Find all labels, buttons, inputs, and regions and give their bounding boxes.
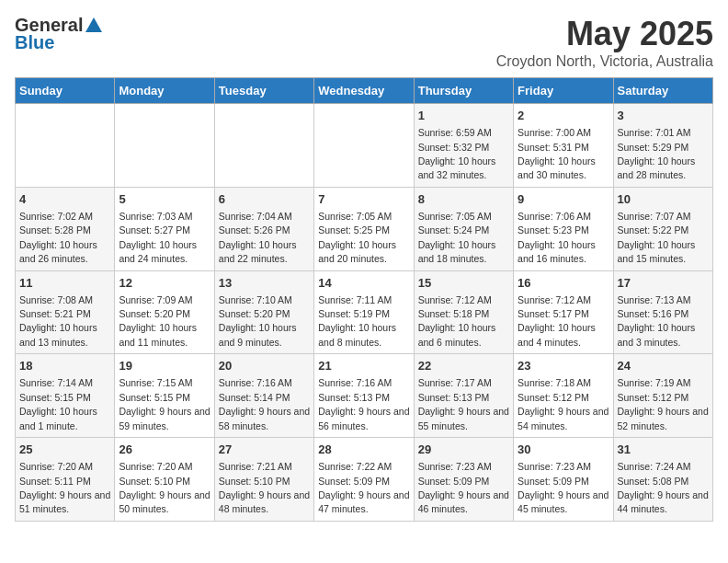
day-number: 25: [19, 442, 110, 458]
calendar-cell: 14Sunrise: 7:11 AMSunset: 5:19 PMDayligh…: [314, 270, 414, 354]
day-detail: Sunrise: 7:07 AMSunset: 5:22 PMDaylight:…: [618, 211, 696, 264]
day-detail: Sunrise: 7:09 AMSunset: 5:20 PMDaylight:…: [119, 294, 197, 348]
calendar-cell: 25Sunrise: 7:20 AMSunset: 5:11 PMDayligh…: [16, 438, 115, 522]
calendar-week-2: 11Sunrise: 7:08 AMSunset: 5:21 PMDayligh…: [16, 270, 713, 354]
day-detail: Sunrise: 7:11 AMSunset: 5:19 PMDaylight:…: [318, 294, 396, 348]
calendar-cell: [214, 104, 313, 188]
day-number: 9: [518, 191, 609, 208]
day-detail: Sunrise: 7:12 AMSunset: 5:18 PMDaylight:…: [418, 294, 496, 348]
day-number: 27: [219, 442, 310, 458]
calendar-cell: 18Sunrise: 7:14 AMSunset: 5:15 PMDayligh…: [16, 354, 115, 438]
day-number: 3: [618, 108, 709, 124]
calendar-cell: 4Sunrise: 7:02 AMSunset: 5:28 PMDaylight…: [16, 187, 115, 270]
day-number: 22: [418, 358, 509, 374]
calendar-cell: 21Sunrise: 7:16 AMSunset: 5:13 PMDayligh…: [314, 354, 414, 438]
day-number: 2: [518, 108, 609, 124]
calendar-header-row: SundayMondayTuesdayWednesdayThursdayFrid…: [16, 78, 713, 104]
calendar-cell: 31Sunrise: 7:24 AMSunset: 5:08 PMDayligh…: [613, 438, 712, 522]
calendar-cell: 30Sunrise: 7:23 AMSunset: 5:09 PMDayligh…: [514, 438, 613, 522]
day-detail: Sunrise: 7:04 AMSunset: 5:26 PMDaylight:…: [219, 211, 297, 264]
calendar-cell: [16, 104, 115, 188]
calendar-cell: 7Sunrise: 7:05 AMSunset: 5:25 PMDaylight…: [314, 187, 414, 270]
calendar-week-4: 25Sunrise: 7:20 AMSunset: 5:11 PMDayligh…: [16, 438, 713, 522]
calendar-cell: 5Sunrise: 7:03 AMSunset: 5:27 PMDaylight…: [115, 187, 214, 270]
day-number: 30: [518, 442, 609, 458]
column-header-monday: Monday: [115, 78, 214, 104]
day-number: 29: [418, 442, 509, 458]
day-detail: Sunrise: 7:02 AMSunset: 5:28 PMDaylight:…: [19, 211, 97, 264]
day-number: 28: [318, 442, 409, 458]
day-number: 8: [418, 191, 509, 208]
day-number: 21: [318, 358, 409, 374]
day-number: 15: [418, 275, 509, 292]
day-detail: Sunrise: 7:20 AMSunset: 5:11 PMDaylight:…: [19, 461, 110, 514]
day-detail: Sunrise: 7:16 AMSunset: 5:14 PMDaylight:…: [219, 377, 310, 431]
calendar-week-3: 18Sunrise: 7:14 AMSunset: 5:15 PMDayligh…: [16, 354, 713, 438]
day-detail: Sunrise: 7:13 AMSunset: 5:16 PMDaylight:…: [618, 294, 696, 348]
day-detail: Sunrise: 7:24 AMSunset: 5:08 PMDaylight:…: [618, 461, 709, 514]
calendar-cell: [115, 104, 214, 188]
calendar-cell: 27Sunrise: 7:21 AMSunset: 5:10 PMDayligh…: [214, 438, 313, 522]
day-number: 31: [618, 442, 709, 458]
calendar-cell: 8Sunrise: 7:05 AMSunset: 5:24 PMDaylight…: [414, 187, 513, 270]
calendar-cell: 22Sunrise: 7:17 AMSunset: 5:13 PMDayligh…: [414, 354, 513, 438]
page-header: General Blue May 2025 Croydon North, Vic…: [15, 15, 713, 70]
calendar-cell: 12Sunrise: 7:09 AMSunset: 5:20 PMDayligh…: [115, 270, 214, 354]
logo-icon: [84, 16, 104, 36]
day-number: 16: [518, 275, 609, 292]
calendar-cell: 13Sunrise: 7:10 AMSunset: 5:20 PMDayligh…: [214, 270, 313, 354]
logo: General Blue: [15, 15, 105, 53]
calendar-cell: 24Sunrise: 7:19 AMSunset: 5:12 PMDayligh…: [613, 354, 712, 438]
day-number: 18: [19, 358, 110, 374]
calendar-cell: 2Sunrise: 7:00 AMSunset: 5:31 PMDaylight…: [514, 104, 613, 188]
day-detail: Sunrise: 7:08 AMSunset: 5:21 PMDaylight:…: [19, 294, 97, 348]
day-number: 4: [19, 191, 110, 208]
day-detail: Sunrise: 7:12 AMSunset: 5:17 PMDaylight:…: [518, 294, 596, 348]
day-detail: Sunrise: 7:17 AMSunset: 5:13 PMDaylight:…: [418, 377, 509, 431]
day-detail: Sunrise: 7:05 AMSunset: 5:25 PMDaylight:…: [318, 211, 396, 264]
day-number: 19: [119, 358, 210, 374]
day-number: 23: [518, 358, 609, 374]
day-detail: Sunrise: 7:14 AMSunset: 5:15 PMDaylight:…: [19, 377, 97, 431]
day-number: 10: [618, 191, 709, 208]
calendar-cell: 11Sunrise: 7:08 AMSunset: 5:21 PMDayligh…: [16, 270, 115, 354]
day-number: 26: [119, 442, 210, 458]
day-detail: Sunrise: 7:16 AMSunset: 5:13 PMDaylight:…: [318, 377, 409, 431]
day-detail: Sunrise: 7:03 AMSunset: 5:27 PMDaylight:…: [119, 211, 197, 264]
column-header-saturday: Saturday: [613, 78, 712, 104]
calendar-cell: [314, 104, 414, 188]
calendar-table: SundayMondayTuesdayWednesdayThursdayFrid…: [15, 77, 713, 522]
calendar-cell: 19Sunrise: 7:15 AMSunset: 5:15 PMDayligh…: [115, 354, 214, 438]
calendar-cell: 16Sunrise: 7:12 AMSunset: 5:17 PMDayligh…: [514, 270, 613, 354]
calendar-cell: 17Sunrise: 7:13 AMSunset: 5:16 PMDayligh…: [613, 270, 712, 354]
day-detail: Sunrise: 7:05 AMSunset: 5:24 PMDaylight:…: [418, 211, 496, 264]
calendar-cell: 29Sunrise: 7:23 AMSunset: 5:09 PMDayligh…: [414, 438, 513, 522]
day-number: 17: [618, 275, 709, 292]
column-header-tuesday: Tuesday: [214, 78, 313, 104]
svg-marker-0: [85, 17, 102, 32]
column-header-thursday: Thursday: [414, 78, 513, 104]
day-number: 7: [318, 191, 409, 208]
day-detail: Sunrise: 7:10 AMSunset: 5:20 PMDaylight:…: [219, 294, 297, 348]
location-subtitle: Croydon North, Victoria, Australia: [496, 53, 713, 70]
day-detail: Sunrise: 7:22 AMSunset: 5:09 PMDaylight:…: [318, 461, 409, 514]
day-number: 20: [219, 358, 310, 374]
calendar-cell: 15Sunrise: 7:12 AMSunset: 5:18 PMDayligh…: [414, 270, 513, 354]
calendar-week-1: 4Sunrise: 7:02 AMSunset: 5:28 PMDaylight…: [16, 187, 713, 270]
day-detail: Sunrise: 7:23 AMSunset: 5:09 PMDaylight:…: [518, 461, 609, 514]
day-detail: Sunrise: 7:15 AMSunset: 5:15 PMDaylight:…: [119, 377, 210, 431]
month-title: May 2025: [496, 15, 713, 53]
day-detail: Sunrise: 7:19 AMSunset: 5:12 PMDaylight:…: [618, 377, 709, 431]
column-header-friday: Friday: [514, 78, 613, 104]
day-detail: Sunrise: 7:23 AMSunset: 5:09 PMDaylight:…: [418, 461, 509, 514]
day-number: 1: [418, 108, 509, 124]
day-number: 5: [119, 191, 210, 208]
calendar-cell: 6Sunrise: 7:04 AMSunset: 5:26 PMDaylight…: [214, 187, 313, 270]
day-number: 12: [119, 275, 210, 292]
calendar-cell: 10Sunrise: 7:07 AMSunset: 5:22 PMDayligh…: [613, 187, 712, 270]
calendar-cell: 1Sunrise: 6:59 AMSunset: 5:32 PMDaylight…: [414, 104, 513, 188]
title-area: May 2025 Croydon North, Victoria, Austra…: [496, 15, 713, 70]
day-detail: Sunrise: 7:06 AMSunset: 5:23 PMDaylight:…: [518, 211, 596, 264]
day-number: 6: [219, 191, 310, 208]
calendar-cell: 9Sunrise: 7:06 AMSunset: 5:23 PMDaylight…: [514, 187, 613, 270]
